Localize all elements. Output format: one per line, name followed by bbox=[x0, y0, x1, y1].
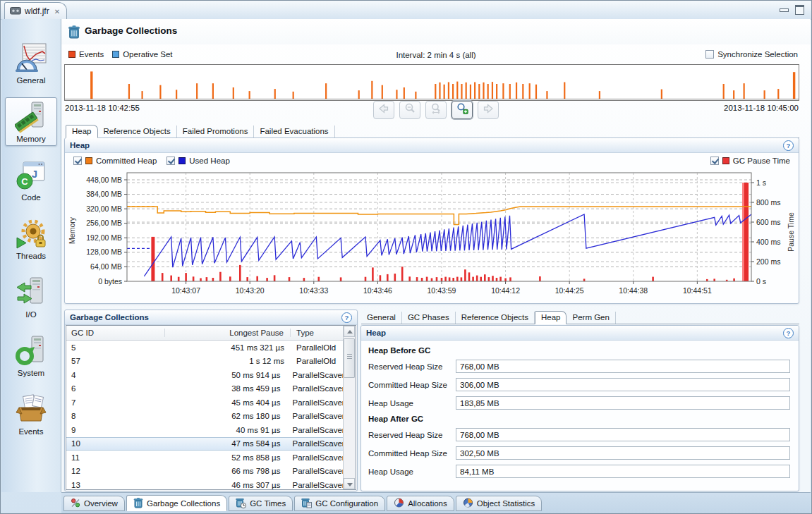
table-row[interactable]: 450 ms 914 µsParallelScavenge bbox=[66, 368, 356, 382]
gc-pause-time-checkbox[interactable] bbox=[710, 157, 719, 165]
detail-tab-heap[interactable]: Heap bbox=[535, 311, 567, 324]
table-row[interactable]: 862 ms 180 µsParallelScavenge bbox=[66, 410, 356, 424]
event-timeline-strip[interactable] bbox=[64, 64, 799, 101]
tab-failed-promotions[interactable]: Failed Promotions bbox=[177, 126, 255, 137]
sidebar-item-general[interactable]: General bbox=[5, 39, 57, 87]
cell-longest-pause: 66 ms 798 µs bbox=[164, 467, 287, 475]
bottom-tab-gc-times[interactable]: GC Times bbox=[229, 496, 293, 511]
field-input-heap-usage[interactable] bbox=[456, 465, 790, 478]
heap-chart-group-title: Heap bbox=[70, 141, 90, 149]
cell-gc-id: 12 bbox=[66, 467, 164, 475]
svg-text:1 s: 1 s bbox=[756, 178, 766, 187]
table-row[interactable]: 1152 ms 858 µsParallelScavenge bbox=[66, 451, 356, 465]
cell-longest-pause: 1 s 12 ms bbox=[165, 357, 291, 365]
help-icon[interactable] bbox=[783, 140, 794, 151]
bottom-tab-garbage-collections[interactable]: Garbage Collections bbox=[126, 495, 227, 511]
table-row[interactable]: 5451 ms 321 µsParallelOld bbox=[66, 341, 356, 355]
table-row[interactable]: 1047 ms 584 µsParallelScavenge bbox=[66, 437, 356, 451]
synchronize-checkbox[interactable] bbox=[705, 50, 714, 59]
section-heading-heap-after-gc: Heap After GC bbox=[368, 415, 790, 423]
svg-text:10:43:59: 10:43:59 bbox=[428, 286, 456, 295]
heap-chart-tabs: HeapReference ObjectsFailed PromotionsFa… bbox=[66, 123, 799, 138]
field-row-committed-heap-size: Committed Heap Size bbox=[368, 378, 790, 391]
maximize-icon[interactable] bbox=[795, 5, 804, 15]
bottom-tab-overview[interactable]: Overview bbox=[63, 496, 125, 511]
svg-text:10:43:33: 10:43:33 bbox=[299, 286, 328, 295]
overview-icon bbox=[71, 497, 80, 510]
table-row[interactable]: 638 ms 459 µsParallelScavenge bbox=[66, 382, 356, 396]
help-icon[interactable] bbox=[341, 312, 352, 323]
bottom-tab-label: GC Configuration bbox=[315, 499, 378, 508]
table-row[interactable]: 571 s 12 msParallelOld bbox=[66, 355, 356, 369]
svg-text:128,00 MB: 128,00 MB bbox=[86, 247, 122, 256]
committed-heap-swatch bbox=[85, 157, 92, 164]
used-heap-swatch bbox=[178, 157, 186, 164]
used-heap-checkbox[interactable] bbox=[166, 157, 175, 165]
allocations-pie-icon bbox=[394, 497, 404, 510]
trash-icon bbox=[133, 497, 143, 510]
table-row[interactable]: 1266 ms 798 µsParallelScavenge bbox=[66, 465, 356, 479]
sidebar-item-label: Events bbox=[18, 427, 43, 436]
forward-arrow-icon bbox=[482, 103, 495, 117]
forward-button[interactable] bbox=[478, 101, 499, 119]
committed-heap-checkbox[interactable] bbox=[73, 157, 82, 165]
sidebar-item-memory[interactable]: Memory bbox=[5, 97, 57, 146]
page-header: Garbage Collections bbox=[61, 19, 811, 44]
sidebar-item-threads[interactable]: Threads bbox=[5, 214, 57, 263]
table-row[interactable]: 940 ms 91 µsParallelScavenge bbox=[66, 423, 356, 437]
zoom-out-button[interactable] bbox=[399, 101, 420, 119]
timeline-legend-row: EventsOperative Set Interval: 2 min 4 s … bbox=[61, 50, 811, 61]
detail-tab-perm-gen[interactable]: Perm Gen bbox=[566, 312, 615, 324]
table-row[interactable]: 745 ms 404 µsParallelScavenge bbox=[66, 396, 356, 410]
scroll-up-icon[interactable] bbox=[344, 326, 355, 337]
column-header-gc-id[interactable]: GC ID bbox=[66, 329, 165, 337]
scrollbar-thumb[interactable] bbox=[344, 338, 355, 378]
sidebar-item-system[interactable]: System bbox=[5, 331, 57, 380]
cell-gc-id: 8 bbox=[66, 412, 164, 420]
tab-failed-evacuations[interactable]: Failed Evacuations bbox=[254, 126, 334, 137]
field-label: Reserved Heap Size bbox=[368, 362, 456, 371]
tab-heap[interactable]: Heap bbox=[66, 125, 98, 138]
help-icon[interactable] bbox=[783, 328, 794, 338]
tab-reference-objects[interactable]: Reference Objects bbox=[98, 126, 177, 137]
editor-tab[interactable]: wldf.jfr ✕ bbox=[4, 2, 67, 20]
bottom-tab-object-statistics[interactable]: Object Statistics bbox=[456, 496, 542, 511]
bottom-tab-gc-configuration[interactable]: GC Configuration bbox=[294, 496, 385, 511]
zoom-range-button[interactable] bbox=[425, 101, 447, 119]
svg-text:10:44:25: 10:44:25 bbox=[555, 286, 584, 295]
scroll-down-icon[interactable] bbox=[344, 478, 355, 489]
synchronize-label: Synchronize Selection bbox=[717, 50, 798, 59]
section-heading-heap-before-gc: Heap Before GC bbox=[368, 346, 790, 355]
sidebar-item-label: General bbox=[17, 76, 46, 85]
zoom-in-button[interactable] bbox=[452, 101, 473, 119]
heap-chart[interactable]: 448,00 MB384,00 MB320,00 MB256,00 MB192,… bbox=[65, 169, 799, 304]
minimize-icon[interactable] bbox=[780, 8, 789, 12]
detail-tab-gc-phases[interactable]: GC Phases bbox=[402, 312, 456, 324]
field-row-reserved-heap-size: Reserved Heap Size bbox=[368, 428, 790, 441]
column-header-longest-pause[interactable]: Longest Pause bbox=[165, 329, 291, 337]
field-input-reserved-heap-size[interactable] bbox=[456, 360, 790, 373]
back-button[interactable] bbox=[373, 101, 394, 119]
sidebar-item-code[interactable]: JCCode bbox=[5, 156, 57, 204]
table-header-row: GC IDLongest PauseType bbox=[66, 326, 356, 341]
sidebar-item-i-o[interactable]: I/O bbox=[5, 273, 57, 322]
table-scrollbar[interactable] bbox=[343, 326, 356, 489]
heap-chart-legend: Committed HeapUsed HeapGC Pause Time bbox=[65, 153, 799, 169]
field-input-heap-usage[interactable] bbox=[456, 396, 790, 410]
synchronize-selection[interactable]: Synchronize Selection bbox=[705, 50, 798, 59]
zoom-out-icon bbox=[404, 103, 416, 117]
cell-gc-id: 6 bbox=[66, 384, 164, 393]
memory-icon bbox=[15, 101, 47, 133]
bottom-tab-allocations[interactable]: Allocations bbox=[387, 496, 454, 511]
table-row[interactable]: 1346 ms 307 µsParallelScavenge bbox=[66, 478, 356, 490]
field-row-reserved-heap-size: Reserved Heap Size bbox=[368, 360, 790, 373]
sidebar-item-events[interactable]: Events bbox=[5, 390, 57, 439]
field-input-committed-heap-size[interactable] bbox=[456, 378, 790, 391]
field-input-reserved-heap-size[interactable] bbox=[456, 428, 790, 441]
detail-tab-general[interactable]: General bbox=[361, 312, 402, 324]
svg-text:Memory: Memory bbox=[68, 216, 76, 244]
close-icon[interactable]: ✕ bbox=[54, 8, 60, 16]
cell-longest-pause: 62 ms 180 µs bbox=[164, 412, 287, 420]
field-input-committed-heap-size[interactable] bbox=[456, 446, 790, 460]
detail-tab-reference-objects[interactable]: Reference Objects bbox=[456, 312, 535, 324]
